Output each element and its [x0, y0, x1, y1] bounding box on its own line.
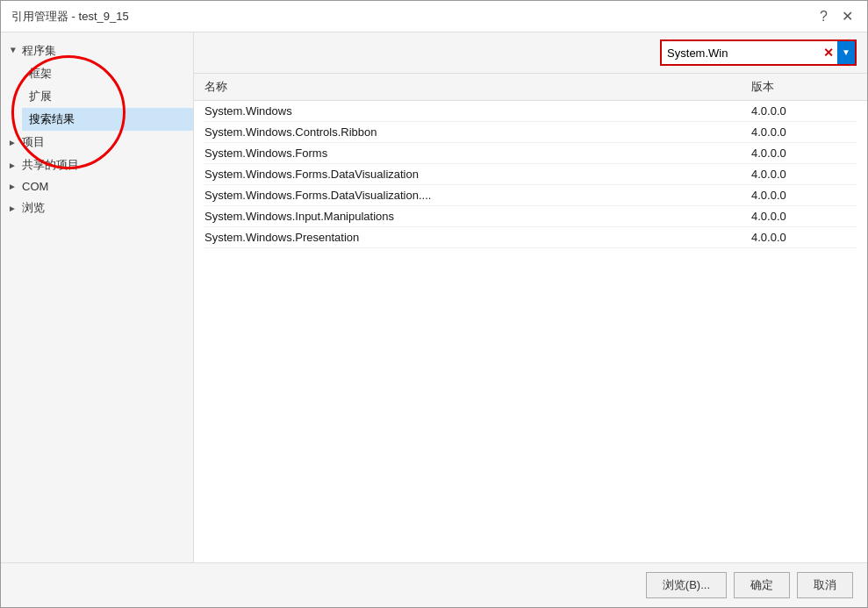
title-bar: 引用管理器 - test_9_15 ? ✕	[1, 1, 867, 32]
table-row[interactable]: System.Windows.Forms.DataVisualization4.…	[204, 164, 857, 185]
sidebar-item-assemblies[interactable]: ► 程序集	[1, 39, 193, 62]
search-bar-area: ✕ ▼	[194, 32, 867, 74]
sidebar-item-extensions[interactable]: 扩展	[22, 85, 193, 108]
col-header-version: 版本	[751, 79, 857, 95]
project-arrow-icon: ►	[8, 138, 18, 147]
row-version: 4.0.0.0	[751, 189, 857, 202]
col-header-name: 名称	[204, 79, 751, 95]
sidebar-item-search-results[interactable]: 搜索结果	[22, 108, 193, 131]
sidebar-item-browse[interactable]: ► 浏览	[1, 197, 193, 219]
shared-label: 共享的项目	[22, 157, 79, 173]
table-row[interactable]: System.Windows.Presentation4.0.0.0	[204, 227, 857, 248]
table-row[interactable]: System.Windows.Forms.DataVisualization..…	[204, 185, 857, 206]
browse-button[interactable]: 浏览(B)...	[646, 572, 727, 598]
table-header: 名称 版本	[194, 74, 867, 101]
search-dropdown-button[interactable]: ▼	[837, 41, 855, 64]
table-row[interactable]: System.Windows.Forms4.0.0.0	[204, 143, 857, 164]
table-row[interactable]: System.Windows4.0.0.0	[204, 101, 857, 122]
row-name: System.Windows.Controls.Ribbon	[204, 125, 751, 139]
title-controls: ? ✕	[816, 10, 857, 24]
sidebar-item-com[interactable]: ► COM	[1, 176, 193, 197]
row-name: System.Windows.Presentation	[204, 231, 751, 244]
row-version: 4.0.0.0	[751, 147, 857, 160]
browse-arrow-icon: ►	[8, 204, 18, 213]
window-title: 引用管理器 - test_9_15	[11, 9, 129, 25]
row-version: 4.0.0.0	[751, 104, 857, 118]
row-name: System.Windows.Forms.DataVisualization..…	[204, 189, 751, 202]
right-panel: ✕ ▼ 名称 版本 System.Windows4.0.0.0System.Wi…	[194, 32, 867, 562]
sidebar-item-shared[interactable]: ► 共享的项目	[1, 154, 193, 176]
row-name: System.Windows.Input.Manipulations	[204, 210, 751, 223]
search-clear-button[interactable]: ✕	[820, 46, 837, 59]
browse-label: 浏览	[22, 200, 45, 216]
close-button[interactable]: ✕	[838, 10, 857, 24]
project-label: 项目	[22, 134, 45, 150]
main-content: ► 程序集 框架 扩展 搜索结果 ► 项目 ► 共享的项目 ► COM	[1, 32, 867, 562]
assemblies-children: 框架 扩展 搜索结果	[1, 62, 193, 131]
sidebar-item-project[interactable]: ► 项目	[1, 131, 193, 154]
sidebar-item-framework[interactable]: 框架	[22, 62, 193, 85]
row-version: 4.0.0.0	[751, 125, 857, 139]
row-name: System.Windows.Forms	[204, 147, 751, 160]
help-button[interactable]: ?	[816, 10, 831, 24]
dialog-window: 引用管理器 - test_9_15 ? ✕ ► 程序集 框架 扩展 搜索结果 ►…	[0, 0, 868, 608]
ok-button[interactable]: 确定	[734, 572, 790, 598]
table-row[interactable]: System.Windows.Input.Manipulations4.0.0.…	[204, 206, 857, 227]
cancel-button[interactable]: 取消	[797, 572, 853, 598]
assemblies-arrow-icon: ►	[9, 46, 18, 56]
row-version: 4.0.0.0	[751, 231, 857, 244]
row-name: System.Windows	[204, 104, 751, 118]
row-name: System.Windows.Forms.DataVisualization	[204, 168, 751, 181]
com-label: COM	[22, 180, 48, 193]
search-input-wrapper: ✕ ▼	[660, 39, 857, 66]
table-row[interactable]: System.Windows.Controls.Ribbon4.0.0.0	[204, 122, 857, 143]
assemblies-label: 程序集	[22, 43, 56, 59]
row-version: 4.0.0.0	[751, 168, 857, 181]
shared-arrow-icon: ►	[8, 161, 18, 170]
bottom-area: 浏览(B)... 确定 取消	[1, 562, 867, 607]
search-input[interactable]	[662, 44, 820, 62]
row-version: 4.0.0.0	[751, 210, 857, 223]
com-arrow-icon: ►	[8, 182, 18, 191]
sidebar: ► 程序集 框架 扩展 搜索结果 ► 项目 ► 共享的项目 ► COM	[1, 32, 194, 562]
table-body: System.Windows4.0.0.0System.Windows.Cont…	[194, 101, 867, 562]
